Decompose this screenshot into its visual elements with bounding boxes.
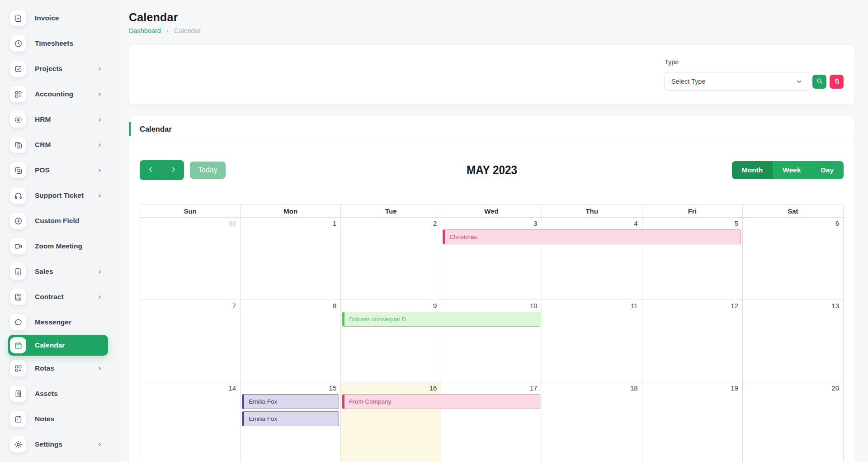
day-number: 3 (533, 219, 537, 227)
breadcrumb-dashboard-link[interactable]: Dashboard (129, 27, 161, 34)
day-cell[interactable]: 1 (241, 218, 341, 300)
sidebar-item-label: Rotas (35, 364, 54, 372)
day-number: 14 (228, 384, 236, 392)
event-title: Emilia Fox (249, 415, 277, 422)
sidebar-item-label: POS (35, 166, 50, 174)
clear-filter-icon (833, 77, 840, 86)
chat-icon (10, 314, 26, 330)
sidebar-item-timesheets[interactable]: Timesheets (8, 31, 108, 56)
day-number: 8 (333, 302, 336, 310)
sidebar-item-accounting[interactable]: Accounting (8, 81, 108, 107)
sidebar-item-projects[interactable]: Projects (8, 56, 108, 81)
today-button[interactable]: Today (190, 162, 226, 179)
page-title: Calendar (129, 11, 854, 24)
sidebar-item-label: Sales (35, 267, 53, 276)
day-header-sun: Sun (140, 205, 241, 217)
day-cell[interactable]: 13 (743, 300, 843, 382)
sidebar-item-custom-field[interactable]: Custom Field (8, 208, 108, 233)
sidebar-item-hrm[interactable]: HRM (8, 107, 108, 132)
day-cell[interactable]: 20 (743, 382, 843, 462)
week-row: 78910111213Dolores consequat D (140, 300, 843, 382)
day-number: 20 (831, 384, 839, 392)
sidebar-item-label: Timesheets (35, 39, 73, 48)
type-select[interactable]: Select Type (665, 72, 809, 91)
calendar-toolbar: Today MAY 2023 MonthWeekDay (129, 142, 854, 180)
day-header-thu: Thu (542, 205, 642, 217)
sidebar-item-assets[interactable]: Assets (8, 381, 108, 406)
day-number: 9 (433, 302, 437, 310)
sidebar-item-messenger[interactable]: Messenger (8, 310, 108, 335)
event-title: From Company (349, 398, 391, 405)
sidebar-item-crm[interactable]: CRM (8, 132, 108, 157)
plus-circle-icon (10, 213, 26, 229)
sidebar-item-zoom-meeting[interactable]: Zoom Meeting (8, 233, 108, 259)
app-root: InvoiceTimesheetsProjectsAccountingHRMCR… (0, 0, 868, 462)
calendar-event[interactable]: Dolores consequat D (342, 312, 540, 327)
sidebar-item-rotas[interactable]: Rotas (8, 356, 108, 381)
view-week-button[interactable]: Week (773, 161, 811, 179)
sidebar-item-calendar[interactable]: Calendar (8, 335, 108, 356)
next-month-button[interactable] (162, 160, 184, 180)
chevron-left-icon (147, 166, 154, 174)
video-icon (10, 238, 26, 254)
calendar-icon (10, 337, 26, 353)
search-icon (816, 77, 823, 86)
calendar-event[interactable]: Emilia Fox (242, 394, 339, 409)
breadcrumb-chevron-icon (165, 29, 170, 33)
search-button[interactable] (812, 75, 826, 89)
calendar-event[interactable]: From Company (342, 394, 540, 409)
view-month-button[interactable]: Month (732, 161, 773, 179)
sidebar-item-settings[interactable]: Settings (8, 432, 108, 457)
day-number: 7 (232, 302, 236, 310)
day-cell[interactable]: 19 (642, 382, 743, 462)
sidebar-item-label: Assets (35, 390, 58, 398)
chevron-right-icon (170, 166, 177, 174)
event-title: Emilia Fox (249, 398, 277, 405)
day-cell[interactable]: 14 (140, 382, 241, 462)
sidebar-item-contract[interactable]: Contract (8, 284, 108, 310)
chevron-right-icon (97, 269, 103, 275)
sidebar-item-label: Notes (35, 415, 54, 423)
sidebar-item-label: Settings (35, 440, 62, 448)
day-cell[interactable]: 12 (642, 300, 743, 382)
copy-plus-icon (10, 137, 26, 153)
sidebar-item-label: Projects (35, 65, 62, 73)
gear-icon (10, 436, 26, 452)
chevron-right-icon (97, 193, 103, 199)
calendar-event[interactable]: Emilia Fox (242, 411, 339, 426)
clock-icon (10, 35, 26, 52)
day-number: 30 (228, 219, 236, 227)
day-cell[interactable]: 11 (542, 300, 642, 382)
day-cell[interactable]: 30 (140, 218, 241, 300)
day-cell[interactable]: 2 (341, 218, 441, 300)
day-cell[interactable]: 8 (241, 300, 341, 382)
sidebar: InvoiceTimesheetsProjectsAccountingHRMCR… (0, 0, 120, 462)
sidebar-item-support-ticket[interactable]: Support Ticket (8, 183, 108, 208)
day-number: 6 (835, 219, 839, 227)
calendar-nav-group (140, 160, 184, 180)
calendar-card-title: Calendar (140, 125, 172, 133)
chevron-right-icon (97, 294, 103, 300)
file-icon (10, 10, 26, 26)
sidebar-item-label: Custom Field (35, 217, 79, 225)
day-number: 11 (631, 302, 638, 310)
sidebar-item-label: Zoom Meeting (35, 242, 82, 250)
day-cell[interactable]: 7 (140, 300, 241, 382)
prev-month-button[interactable] (140, 160, 162, 180)
day-cell[interactable]: 6 (743, 218, 843, 300)
file-icon (10, 263, 26, 280)
hrm-icon (10, 111, 26, 128)
breadcrumb: Dashboard Calendar (129, 27, 854, 34)
sidebar-item-sales[interactable]: Sales (8, 259, 108, 284)
chevron-right-icon (97, 66, 103, 72)
calendar-event[interactable]: Christmas (443, 229, 741, 244)
sidebar-item-pos[interactable]: POS (8, 157, 108, 183)
day-cell[interactable]: 18 (542, 382, 642, 462)
grid-plus-icon (10, 360, 26, 376)
sidebar-item-notes[interactable]: Notes (8, 406, 108, 432)
view-day-button[interactable]: Day (811, 161, 844, 179)
day-number: 12 (731, 302, 738, 310)
reset-filter-button[interactable] (830, 75, 844, 89)
event-title: Christmas (449, 233, 477, 240)
sidebar-item-invoice[interactable]: Invoice (8, 5, 108, 31)
